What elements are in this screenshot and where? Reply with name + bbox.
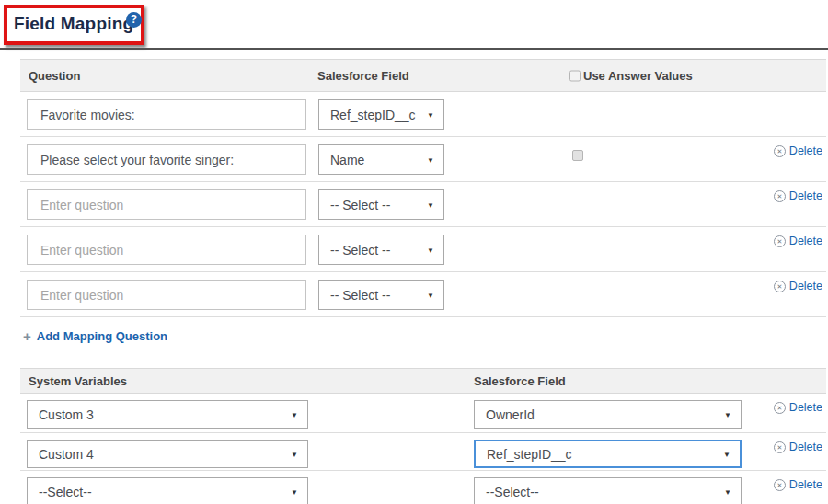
column-header-salesforce-field: Salesforce Field: [474, 374, 566, 388]
delete-button[interactable]: ✕ Delete: [774, 280, 822, 292]
column-header-system-variables: System Variables: [29, 374, 127, 388]
circle-x-icon: ✕: [774, 145, 786, 157]
delete-label: Delete: [789, 280, 822, 292]
chevron-down-icon: ▼: [724, 487, 731, 496]
system-table-header: System Variables Salesforce Field: [20, 368, 826, 394]
delete-label: Delete: [789, 401, 822, 414]
delete-button[interactable]: ✕ Delete: [774, 401, 822, 414]
circle-x-icon: ✕: [774, 235, 786, 247]
circle-x-icon: ✕: [774, 281, 786, 292]
column-header-use-answer-values: Use Answer Values: [583, 69, 693, 83]
chevron-down-icon: ▼: [723, 450, 730, 458]
column-header-salesforce-field: Salesforce Field: [317, 69, 409, 83]
salesforce-field-select-focused[interactable]: Ref_stepID__c ▼: [474, 440, 742, 468]
chevron-down-icon: ▼: [291, 487, 298, 496]
delete-button[interactable]: ✕ Delete: [774, 235, 822, 247]
salesforce-field-select[interactable]: OwnerId ▼: [474, 400, 742, 429]
circle-x-icon: ✕: [774, 441, 786, 453]
help-icon[interactable]: ?: [126, 12, 142, 28]
selected-variable-value: --Select--: [39, 485, 92, 499]
question-input[interactable]: [27, 189, 306, 220]
chevron-down-icon: ▼: [427, 246, 434, 254]
plus-icon: +: [23, 328, 31, 344]
selected-field-value: OwnerId: [486, 407, 535, 422]
chevron-down-icon: ▼: [291, 450, 298, 458]
system-variable-select[interactable]: Custom 4 ▼: [27, 440, 308, 468]
system-variable-row: Custom 4 ▼ Ref_stepID__c ▼ ✕ Delete: [20, 433, 826, 471]
question-input[interactable]: [27, 235, 306, 265]
add-mapping-question-button[interactable]: + Add Mapping Question: [23, 328, 167, 344]
salesforce-field-select[interactable]: -- Select -- ▼: [318, 189, 444, 220]
circle-x-icon: ✕: [774, 402, 786, 414]
chevron-down-icon: ▼: [427, 200, 434, 209]
delete-button[interactable]: ✕ Delete: [774, 189, 822, 202]
use-answer-values-checkbox[interactable]: [569, 70, 581, 81]
mapping-row: -- Select -- ▼ ✕ Delete: [20, 227, 826, 272]
column-header-question: Question: [29, 69, 80, 83]
selected-field-value: Name: [330, 153, 364, 167]
salesforce-field-select[interactable]: -- Select -- ▼: [318, 280, 444, 310]
chevron-down-icon: ▼: [724, 410, 731, 418]
question-mapping-table: Question Salesforce Field Use Answer Val…: [20, 59, 826, 317]
delete-button[interactable]: ✕ Delete: [774, 441, 822, 453]
delete-button[interactable]: ✕ Delete: [774, 144, 822, 157]
selected-field-value: -- Select --: [330, 243, 390, 258]
chevron-down-icon: ▼: [291, 410, 298, 418]
salesforce-field-select[interactable]: Ref_stepID__c ▼: [318, 99, 444, 130]
selected-variable-value: Custom 4: [39, 447, 94, 462]
delete-label: Delete: [789, 189, 822, 202]
delete-label: Delete: [789, 441, 822, 453]
question-input[interactable]: [27, 99, 306, 130]
system-variables-table: System Variables Salesforce Field Custom…: [20, 368, 826, 504]
add-mapping-question-label: Add Mapping Question: [37, 329, 167, 343]
delete-button[interactable]: ✕ Delete: [774, 478, 822, 491]
question-input[interactable]: [27, 144, 306, 175]
chevron-down-icon: ▼: [427, 155, 434, 164]
salesforce-field-select[interactable]: --Select-- ▼: [474, 477, 742, 504]
title-divider: [0, 48, 828, 50]
salesforce-field-select[interactable]: -- Select -- ▼: [318, 235, 444, 265]
chevron-down-icon: ▼: [427, 110, 434, 119]
system-variable-select[interactable]: --Select-- ▼: [27, 477, 308, 504]
selected-field-value: -- Select --: [330, 288, 390, 303]
chevron-down-icon: ▼: [427, 291, 434, 299]
delete-label: Delete: [789, 235, 822, 247]
selected-field-value: Ref_stepID__c: [487, 447, 572, 462]
salesforce-field-select[interactable]: Name ▼: [318, 144, 444, 175]
system-variable-select[interactable]: Custom 3 ▼: [27, 400, 308, 429]
red-annotation-box: Field Mapping: [4, 5, 144, 45]
delete-label: Delete: [789, 478, 822, 491]
mapping-row: -- Select -- ▼ ✕ Delete: [20, 272, 826, 317]
selected-field-value: --Select--: [486, 485, 539, 499]
mapping-row: Ref_stepID__c ▼: [20, 92, 826, 137]
mapping-row: Name ▼ ✕ Delete: [20, 137, 826, 182]
selected-variable-value: Custom 3: [39, 407, 94, 422]
circle-x-icon: ✕: [774, 190, 786, 202]
question-input[interactable]: [27, 280, 306, 310]
system-variable-row: --Select-- ▼ --Select-- ▼ ✕ Delete: [20, 471, 826, 504]
selected-field-value: Ref_stepID__c: [330, 108, 416, 122]
use-answer-values-row-checkbox[interactable]: [572, 150, 583, 161]
system-variable-row: Custom 3 ▼ OwnerId ▼ ✕ Delete: [20, 394, 826, 433]
delete-label: Delete: [789, 144, 822, 157]
selected-field-value: -- Select --: [330, 198, 390, 212]
mapping-table-header: Question Salesforce Field Use Answer Val…: [20, 59, 826, 92]
circle-x-icon: ✕: [774, 479, 786, 491]
mapping-row: -- Select -- ▼ ✕ Delete: [20, 182, 826, 227]
field-mapping-page: Field Mapping ? Question Salesforce Fiel…: [0, 0, 828, 504]
page-title: Field Mapping: [14, 14, 133, 33]
